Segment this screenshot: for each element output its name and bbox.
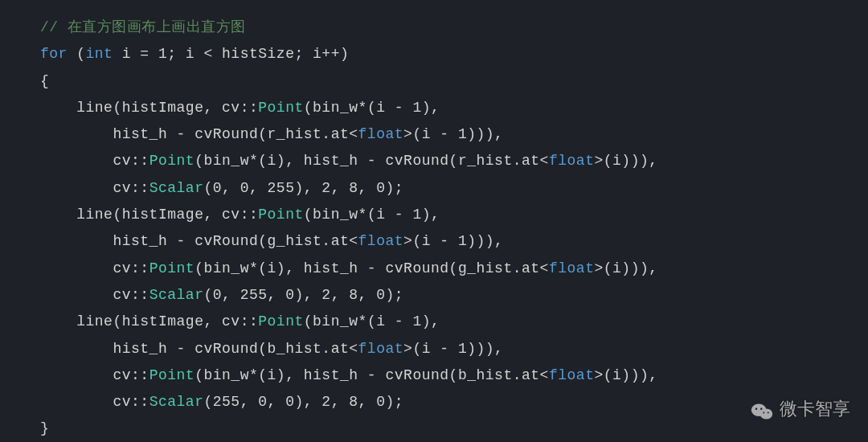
code-line: for (int i = 1; i < histSize; i++) [40, 41, 868, 68]
code-editor: // 在直方图画布上画出直方图 for (int i = 1; i < hist… [40, 14, 868, 442]
code-line: line(histImage, cv::Point(bin_w*(i - 1), [40, 309, 868, 335]
svg-point-5 [768, 412, 769, 414]
code-line: } [40, 415, 868, 442]
code-line: cv::Scalar(255, 0, 0), 2, 8, 0); [40, 389, 868, 415]
code-line: cv::Point(bin_w*(i), hist_h - cvRound(g_… [40, 256, 868, 282]
watermark-text: 微卡智享 [780, 393, 850, 426]
code-line: cv::Point(bin_w*(i), hist_h - cvRound(r_… [40, 148, 868, 174]
svg-point-4 [763, 412, 764, 414]
code-line: cv::Point(bin_w*(i), hist_h - cvRound(b_… [40, 362, 868, 389]
code-line: hist_h - cvRound(r_hist.at<float>(i - 1)… [40, 121, 868, 148]
svg-point-1 [760, 409, 773, 419]
code-line: cv::Scalar(0, 0, 255), 2, 8, 0); [40, 175, 868, 202]
code-line: hist_h - cvRound(g_hist.at<float>(i - 1)… [40, 228, 868, 255]
code-line: cv::Scalar(0, 255, 0), 2, 8, 0); [40, 282, 868, 309]
code-line: // 在直方图画布上画出直方图 [40, 14, 868, 41]
comment-text: // 在直方图画布上画出直方图 [40, 19, 246, 35]
svg-point-3 [760, 408, 762, 410]
code-line: line(histImage, cv::Point(bin_w*(i - 1), [40, 95, 868, 121]
code-line: { [40, 68, 868, 95]
code-line: hist_h - cvRound(b_hist.at<float>(i - 1)… [40, 336, 868, 362]
code-line: line(histImage, cv::Point(bin_w*(i - 1), [40, 202, 868, 228]
wechat-icon [751, 400, 773, 419]
wechat-watermark: 微卡智享 [751, 393, 850, 426]
svg-point-2 [755, 408, 757, 410]
